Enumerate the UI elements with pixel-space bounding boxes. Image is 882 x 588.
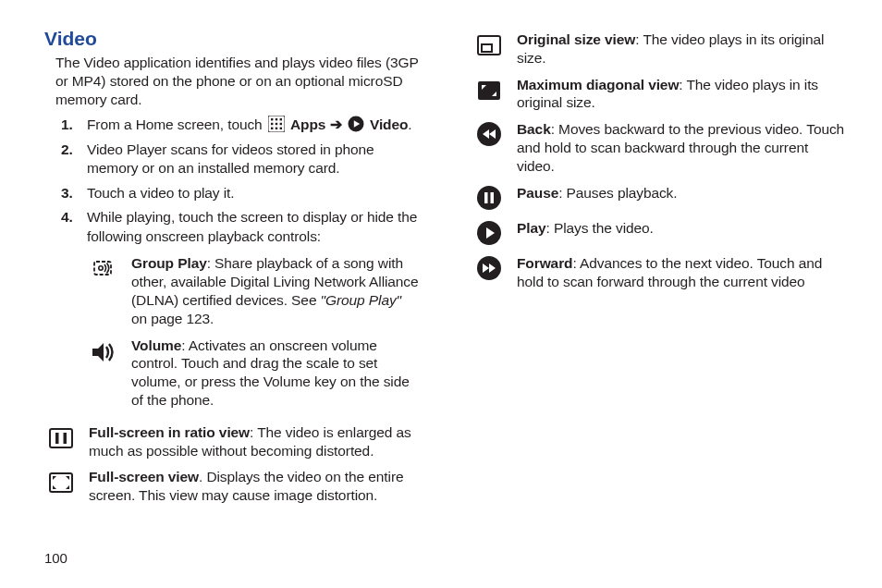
- section-heading: Video: [44, 28, 421, 50]
- control-description: Original size view: The video plays in i…: [506, 31, 849, 67]
- control-description: Pause: Pauses playback.: [506, 184, 677, 202]
- step-number: 4.: [61, 208, 73, 227]
- page-number: 100: [44, 550, 67, 566]
- control-pause: Pause: Pauses playback.: [472, 181, 849, 216]
- back-icon: [472, 120, 506, 147]
- control-title: Group Play: [131, 255, 207, 271]
- group-play-icon: [87, 254, 120, 283]
- control-body: : Plays the video.: [546, 220, 654, 236]
- control-back: Back: Moves backward to the previous vid…: [472, 117, 849, 180]
- svg-rect-8: [276, 128, 277, 129]
- control-fullscreen-view: Full-screen view. Displays the video on …: [44, 465, 421, 510]
- step-number: 1.: [61, 116, 73, 134]
- control-title: Original size view: [517, 31, 635, 47]
- svg-rect-7: [271, 128, 273, 129]
- control-title: Back: [517, 121, 551, 137]
- apps-grid-icon: [268, 116, 285, 132]
- svg-marker-20: [66, 476, 69, 480]
- svg-marker-21: [53, 485, 56, 489]
- control-description: Full-screen view. Displays the video on …: [78, 468, 421, 505]
- step-number: 3.: [61, 184, 73, 202]
- step-text-tail: .: [408, 116, 411, 132]
- ratio-view-icon: [44, 423, 78, 452]
- video-label: Video: [370, 116, 408, 132]
- svg-rect-9: [279, 128, 281, 129]
- control-forward: Forward: Advances to the next video. Tou…: [472, 251, 849, 297]
- intro-paragraph: The Video application identifies and pla…: [55, 54, 421, 108]
- control-title: Forward: [517, 255, 572, 271]
- control-title: Pause: [517, 185, 558, 201]
- svg-rect-16: [55, 433, 59, 444]
- step-text: While playing, touch the screen to displ…: [87, 209, 417, 243]
- pause-icon: [472, 184, 506, 211]
- step-3: 3. Touch a video to play it.: [61, 184, 421, 208]
- svg-rect-6: [279, 123, 281, 125]
- control-description: Play: Plays the video.: [506, 219, 654, 238]
- svg-point-31: [477, 186, 501, 210]
- svg-rect-24: [482, 44, 492, 52]
- step-1: 1. From a Home screen, touch Apps ➔: [61, 116, 421, 140]
- volume-icon: [87, 337, 120, 367]
- control-description: Maximum diagonal view: The video plays i…: [506, 76, 849, 113]
- svg-rect-17: [64, 433, 67, 444]
- svg-rect-25: [478, 81, 500, 100]
- step-2: 2. Video Player scans for videos stored …: [61, 141, 421, 184]
- control-title: Volume: [131, 337, 181, 353]
- control-description: Full-screen in ratio view: The video is …: [78, 423, 421, 460]
- svg-rect-33: [491, 192, 495, 203]
- svg-point-13: [99, 266, 103, 270]
- page: Video The Video application identifies a…: [0, 0, 882, 527]
- svg-rect-15: [50, 429, 72, 447]
- svg-rect-5: [276, 123, 277, 125]
- control-description: Volume: Activates an onscreen volume con…: [120, 337, 421, 410]
- control-tail: on page 123.: [131, 311, 214, 326]
- control-title: Full-screen view: [89, 469, 199, 484]
- control-description: Group Play: Share playback of a song wit…: [120, 254, 421, 327]
- control-max-diagonal: Maximum diagonal view: The video plays i…: [472, 73, 849, 118]
- svg-rect-32: [484, 192, 488, 203]
- svg-rect-2: [276, 118, 277, 120]
- step-text: Touch a video to play it.: [87, 185, 235, 201]
- fullscreen-icon: [44, 468, 78, 496]
- forward-icon: [472, 254, 506, 281]
- control-body: : Pauses playback.: [558, 185, 677, 201]
- control-title: Play: [517, 220, 546, 236]
- svg-marker-14: [92, 343, 104, 361]
- control-title: Maximum diagonal view: [517, 77, 679, 92]
- steps-list: 1. From a Home screen, touch Apps ➔: [61, 116, 421, 420]
- step-text: From a Home screen, touch: [87, 116, 266, 132]
- svg-marker-22: [66, 485, 69, 489]
- svg-rect-4: [271, 123, 273, 125]
- video-app-icon: [348, 116, 364, 132]
- control-description: Forward: Advances to the next video. Tou…: [506, 254, 849, 291]
- play-icon: [472, 219, 506, 246]
- svg-rect-3: [279, 118, 281, 120]
- max-diagonal-icon: [472, 76, 506, 104]
- original-size-icon: [472, 31, 506, 59]
- control-volume: Volume: Activates an onscreen volume con…: [87, 334, 421, 415]
- control-groupplay: Group Play: Share playback of a song wit…: [87, 251, 421, 333]
- controls-sublist: Group Play: Share playback of a song wit…: [87, 251, 421, 415]
- svg-marker-19: [53, 476, 56, 480]
- control-original-size: Original size view: The video plays in i…: [472, 28, 849, 73]
- control-title: Full-screen in ratio view: [89, 424, 250, 440]
- control-ratio-view: Full-screen in ratio view: The video is …: [44, 421, 421, 466]
- step-text: Video Player scans for videos stored in …: [87, 141, 374, 176]
- control-play: Play: Plays the video.: [472, 216, 849, 251]
- control-description: Back: Moves backward to the previous vid…: [506, 120, 849, 175]
- apps-label: Apps: [290, 116, 330, 132]
- control-reference: "Group Play": [321, 292, 401, 308]
- control-body: : Moves backward to the previous video. …: [517, 121, 844, 174]
- step-4: 4. While playing, touch the screen to di…: [61, 208, 421, 421]
- arrow-icon: ➔: [330, 116, 342, 132]
- svg-rect-1: [271, 118, 273, 120]
- step-number: 2.: [61, 141, 73, 159]
